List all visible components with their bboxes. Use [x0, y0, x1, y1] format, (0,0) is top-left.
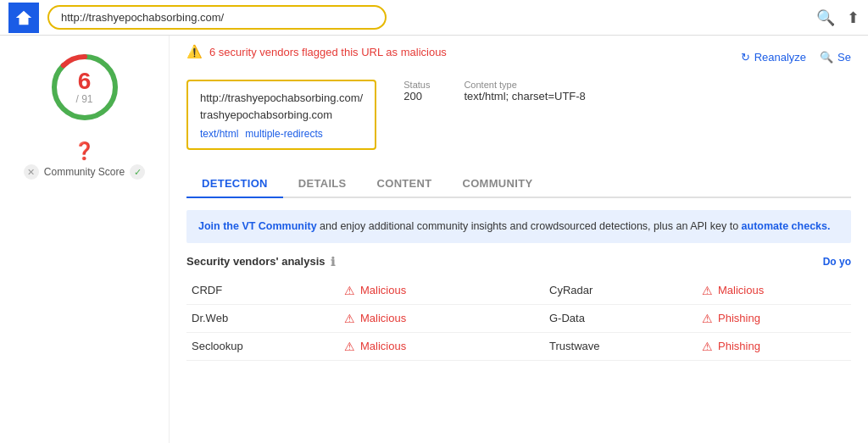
- vendor-row: Dr.Web⚠MaliciousG-Data⚠Phishing: [186, 304, 851, 332]
- main-container: 6 / 91 ❓ ✕ Community Score ✓ ⚠️ 6 securi…: [0, 36, 868, 443]
- vendor-row: Seclookup⚠MaliciousTrustwave⚠Phishing: [186, 332, 851, 360]
- gauge-text: 6 / 91: [75, 69, 92, 105]
- vt-logo: [8, 3, 39, 33]
- reanalyze-button[interactable]: ↻ Reanalyze: [741, 51, 806, 64]
- result-label: Malicious: [360, 340, 406, 352]
- vendor-result: ⚠Malicious: [697, 277, 851, 305]
- vendor-result: ⚠Malicious: [339, 332, 493, 360]
- vendor-row: CRDF⚠MaliciousCyRadar⚠Malicious: [186, 277, 851, 305]
- vendor-result: ⚠Phishing: [697, 332, 851, 360]
- vendor-name: CyRadar: [544, 277, 697, 305]
- tab-details[interactable]: DETAILS: [283, 170, 362, 198]
- gauge-score: 6: [75, 69, 92, 93]
- result-label: Malicious: [360, 284, 406, 296]
- result-icon: ⚠: [344, 340, 355, 353]
- search-icon: 🔍: [820, 51, 833, 64]
- vendor-result: ⚠Phishing: [697, 304, 851, 332]
- section-title-row: Security vendors' analysis ℹ: [186, 255, 335, 269]
- vendor-name: Dr.Web: [186, 304, 339, 332]
- content-type-value: text/html; charset=UTF-8: [464, 90, 585, 102]
- reanalyze-label: Reanalyze: [754, 51, 806, 64]
- community-label: Community Score: [44, 166, 125, 178]
- tab-community[interactable]: COMMUNITY: [448, 170, 548, 198]
- status-group: Status 200: [403, 80, 430, 102]
- tab-content[interactable]: CONTENT: [362, 170, 448, 198]
- top-bar: 🔍 ⬆: [0, 0, 868, 36]
- status-value: 200: [403, 90, 430, 102]
- alert-icon: ⚠️: [186, 44, 203, 59]
- score-gauge: 6 / 91: [47, 49, 123, 125]
- left-panel: 6 / 91 ❓ ✕ Community Score ✓: [0, 36, 170, 443]
- question-icon: ❓: [74, 141, 95, 161]
- cta-main-text: and enjoy additional community insights …: [317, 220, 742, 232]
- content-type-group: Content type text/html; charset=UTF-8: [464, 80, 585, 102]
- section-header: Security vendors' analysis ℹ Do yo: [186, 255, 851, 269]
- top-actions: ⚠️ 6 security vendors flagged this URL a…: [186, 44, 851, 69]
- upload-button[interactable]: ⬆: [847, 8, 860, 27]
- vendor-table: CRDF⚠MaliciousCyRadar⚠MaliciousDr.Web⚠Ma…: [186, 277, 851, 361]
- search-button[interactable]: 🔍: [816, 8, 835, 27]
- circle-x-icon: ✕: [24, 164, 39, 180]
- search-label: Se: [837, 51, 851, 64]
- search-text-button[interactable]: 🔍 Se: [820, 51, 851, 64]
- result-label: Phishing: [718, 312, 760, 324]
- url-info-box: http://trashyepochabsorbing.com/ trashye…: [186, 80, 376, 150]
- circle-check-icon: ✓: [130, 164, 145, 180]
- join-vt-link[interactable]: Join the VT Community: [198, 220, 317, 232]
- automate-checks-link[interactable]: automate checks.: [742, 220, 831, 232]
- do-you-text[interactable]: Do yo: [823, 256, 851, 268]
- vendor-name: CRDF: [186, 277, 339, 305]
- url-tag-redirects[interactable]: multiple-redirects: [245, 128, 322, 140]
- reanalyze-icon: ↻: [741, 51, 750, 64]
- status-label: Status: [403, 80, 430, 90]
- vendor-result: ⚠Malicious: [339, 304, 493, 332]
- right-panel: ⚠️ 6 security vendors flagged this URL a…: [170, 36, 868, 443]
- result-label: Malicious: [360, 312, 406, 324]
- svg-marker-0: [16, 10, 31, 25]
- alert-text: 6 security vendors flagged this URL as m…: [209, 46, 447, 58]
- url-line1: http://trashyepochabsorbing.com/: [200, 90, 363, 107]
- info-icon[interactable]: ℹ: [331, 255, 335, 269]
- result-icon: ⚠: [344, 284, 355, 297]
- result-label: Malicious: [718, 284, 764, 296]
- url-tag-html[interactable]: text/html: [200, 128, 238, 140]
- vendor-name: Seclookup: [186, 332, 339, 360]
- tab-detection[interactable]: DETECTION: [186, 170, 283, 198]
- url-input[interactable]: [47, 5, 387, 30]
- content-type-label: Content type: [464, 80, 585, 90]
- gauge-total: / 91: [75, 93, 92, 105]
- url-tags: text/html multiple-redirects: [200, 128, 363, 140]
- vendor-name: Trustwave: [544, 332, 697, 360]
- result-label: Phishing: [718, 340, 760, 352]
- result-icon: ⚠: [344, 312, 355, 325]
- result-icon: ⚠: [702, 284, 713, 297]
- tabs-bar: DETECTION DETAILS CONTENT COMMUNITY: [186, 170, 851, 198]
- vendor-name: G-Data: [544, 304, 697, 332]
- community-row: ✕ Community Score ✓: [24, 164, 145, 180]
- community-section: ❓ ✕ Community Score ✓: [24, 141, 145, 180]
- alert-banner: ⚠️ 6 security vendors flagged this URL a…: [186, 44, 447, 59]
- vendor-result: ⚠Malicious: [339, 277, 493, 305]
- section-title: Security vendors' analysis: [186, 255, 326, 268]
- result-icon: ⚠: [702, 312, 713, 325]
- url-line2: trashyepochabsorbing.com: [200, 107, 363, 124]
- result-icon: ⚠: [702, 340, 713, 353]
- community-cta-banner: Join the VT Community and enjoy addition…: [186, 210, 851, 243]
- status-row: Status 200 Content type text/html; chars…: [402, 80, 586, 102]
- top-icons: 🔍 ⬆: [816, 8, 860, 27]
